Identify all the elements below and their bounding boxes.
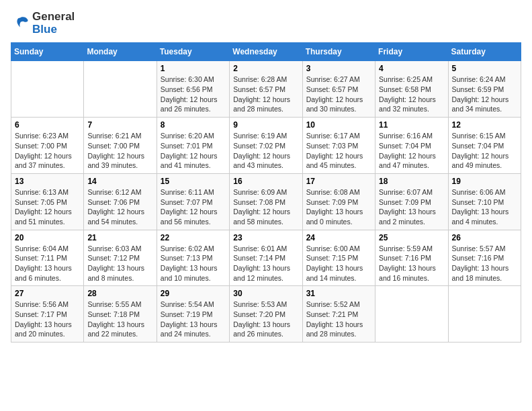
- day-info: Sunrise: 6:13 AM Sunset: 7:05 PM Dayligh…: [15, 187, 80, 227]
- calendar-week-row: 6Sunrise: 6:23 AM Sunset: 7:00 PM Daylig…: [11, 118, 521, 174]
- calendar-cell: 15Sunrise: 6:11 AM Sunset: 7:07 PM Dayli…: [157, 173, 229, 230]
- days-of-week-row: SundayMondayTuesdayWednesdayThursdayFrid…: [11, 43, 521, 61]
- day-info: Sunrise: 6:00 AM Sunset: 7:15 PM Dayligh…: [306, 244, 371, 283]
- calendar-week-row: 13Sunrise: 6:13 AM Sunset: 7:05 PM Dayli…: [11, 173, 521, 230]
- calendar-cell: 5Sunrise: 6:24 AM Sunset: 6:59 PM Daylig…: [448, 61, 521, 118]
- calendar-cell: [448, 286, 521, 342]
- calendar-cell: 29Sunrise: 5:54 AM Sunset: 7:19 PM Dayli…: [157, 286, 229, 342]
- calendar-cell: 30Sunrise: 5:53 AM Sunset: 7:20 PM Dayli…: [230, 286, 302, 342]
- calendar-body: 1Sunrise: 6:30 AM Sunset: 6:56 PM Daylig…: [11, 61, 521, 342]
- day-info: Sunrise: 6:03 AM Sunset: 7:12 PM Dayligh…: [87, 244, 152, 283]
- day-number: 21: [87, 233, 152, 242]
- day-number: 11: [379, 120, 444, 130]
- day-of-week-header: Monday: [84, 43, 157, 61]
- calendar-cell: 6Sunrise: 6:23 AM Sunset: 7:00 PM Daylig…: [11, 118, 84, 174]
- day-of-week-header: Saturday: [448, 43, 521, 61]
- day-info: Sunrise: 5:55 AM Sunset: 7:18 PM Dayligh…: [87, 300, 152, 339]
- day-number: 18: [379, 177, 444, 186]
- calendar-cell: 27Sunrise: 5:56 AM Sunset: 7:17 PM Dayli…: [11, 286, 84, 342]
- calendar-cell: 12Sunrise: 6:15 AM Sunset: 7:04 PM Dayli…: [448, 118, 521, 174]
- day-info: Sunrise: 6:15 AM Sunset: 7:04 PM Dayligh…: [452, 131, 517, 171]
- day-number: 24: [306, 233, 371, 242]
- calendar-cell: 1Sunrise: 6:30 AM Sunset: 6:56 PM Daylig…: [157, 61, 229, 118]
- calendar-week-row: 27Sunrise: 5:56 AM Sunset: 7:17 PM Dayli…: [11, 286, 521, 342]
- day-number: 9: [233, 120, 298, 130]
- day-of-week-header: Sunday: [11, 43, 84, 61]
- day-info: Sunrise: 5:57 AM Sunset: 7:16 PM Dayligh…: [452, 244, 517, 283]
- day-number: 22: [161, 233, 226, 242]
- day-number: 25: [379, 233, 444, 242]
- calendar-cell: 8Sunrise: 6:20 AM Sunset: 7:01 PM Daylig…: [157, 118, 229, 174]
- calendar-cell: [11, 61, 84, 118]
- day-info: Sunrise: 6:27 AM Sunset: 6:57 PM Dayligh…: [306, 75, 371, 114]
- day-info: Sunrise: 6:23 AM Sunset: 7:00 PM Dayligh…: [15, 131, 80, 171]
- calendar-cell: 31Sunrise: 5:52 AM Sunset: 7:21 PM Dayli…: [302, 286, 375, 342]
- calendar-cell: 2Sunrise: 6:28 AM Sunset: 6:57 PM Daylig…: [230, 61, 302, 118]
- day-number: 4: [379, 64, 444, 73]
- day-number: 19: [452, 177, 517, 186]
- day-info: Sunrise: 6:08 AM Sunset: 7:09 PM Dayligh…: [306, 187, 371, 227]
- day-info: Sunrise: 6:19 AM Sunset: 7:02 PM Dayligh…: [233, 131, 298, 171]
- day-number: 15: [161, 177, 226, 186]
- day-number: 23: [233, 233, 298, 242]
- day-info: Sunrise: 5:59 AM Sunset: 7:16 PM Dayligh…: [379, 244, 444, 283]
- day-number: 5: [452, 64, 517, 73]
- calendar-cell: 16Sunrise: 6:09 AM Sunset: 7:08 PM Dayli…: [230, 173, 302, 230]
- calendar-cell: 19Sunrise: 6:06 AM Sunset: 7:10 PM Dayli…: [448, 173, 521, 230]
- day-info: Sunrise: 6:06 AM Sunset: 7:10 PM Dayligh…: [452, 187, 517, 227]
- day-number: 7: [87, 120, 152, 130]
- day-info: Sunrise: 6:20 AM Sunset: 7:01 PM Dayligh…: [161, 131, 226, 171]
- calendar-cell: 3Sunrise: 6:27 AM Sunset: 6:57 PM Daylig…: [302, 61, 375, 118]
- day-info: Sunrise: 6:07 AM Sunset: 7:09 PM Dayligh…: [379, 187, 444, 227]
- day-info: Sunrise: 6:28 AM Sunset: 6:57 PM Dayligh…: [233, 75, 298, 114]
- day-number: 13: [15, 177, 80, 186]
- day-number: 2: [233, 64, 298, 73]
- logo: General Blue: [11, 11, 75, 36]
- day-number: 29: [161, 289, 226, 298]
- page-header: General Blue: [11, 11, 521, 36]
- day-info: Sunrise: 6:30 AM Sunset: 6:56 PM Dayligh…: [161, 75, 226, 114]
- calendar-cell: [375, 286, 448, 342]
- day-number: 20: [15, 233, 80, 242]
- calendar-cell: 21Sunrise: 6:03 AM Sunset: 7:12 PM Dayli…: [84, 230, 157, 286]
- day-info: Sunrise: 5:53 AM Sunset: 7:20 PM Dayligh…: [233, 300, 298, 339]
- day-info: Sunrise: 5:56 AM Sunset: 7:17 PM Dayligh…: [15, 300, 80, 339]
- day-info: Sunrise: 6:17 AM Sunset: 7:03 PM Dayligh…: [306, 131, 371, 171]
- calendar-week-row: 20Sunrise: 6:04 AM Sunset: 7:11 PM Dayli…: [11, 230, 521, 286]
- day-number: 16: [233, 177, 298, 186]
- day-number: 26: [452, 233, 517, 242]
- day-of-week-header: Wednesday: [230, 43, 302, 61]
- day-of-week-header: Tuesday: [157, 43, 229, 61]
- day-info: Sunrise: 5:54 AM Sunset: 7:19 PM Dayligh…: [161, 300, 226, 339]
- calendar-cell: 17Sunrise: 6:08 AM Sunset: 7:09 PM Dayli…: [302, 173, 375, 230]
- day-info: Sunrise: 5:52 AM Sunset: 7:21 PM Dayligh…: [306, 300, 371, 339]
- calendar-table: SundayMondayTuesdayWednesdayThursdayFrid…: [11, 42, 521, 342]
- calendar-cell: 18Sunrise: 6:07 AM Sunset: 7:09 PM Dayli…: [375, 173, 448, 230]
- day-number: 10: [306, 120, 371, 130]
- day-number: 1: [161, 64, 226, 73]
- day-number: 31: [306, 289, 371, 298]
- day-number: 6: [15, 120, 80, 130]
- logo-line1: General: [32, 11, 75, 24]
- calendar-cell: 26Sunrise: 5:57 AM Sunset: 7:16 PM Dayli…: [448, 230, 521, 286]
- day-info: Sunrise: 6:11 AM Sunset: 7:07 PM Dayligh…: [161, 187, 226, 227]
- calendar-cell: 9Sunrise: 6:19 AM Sunset: 7:02 PM Daylig…: [230, 118, 302, 174]
- calendar-cell: 20Sunrise: 6:04 AM Sunset: 7:11 PM Dayli…: [11, 230, 84, 286]
- calendar-cell: 11Sunrise: 6:16 AM Sunset: 7:04 PM Dayli…: [375, 118, 448, 174]
- day-info: Sunrise: 6:24 AM Sunset: 6:59 PM Dayligh…: [452, 75, 517, 114]
- calendar-cell: 25Sunrise: 5:59 AM Sunset: 7:16 PM Dayli…: [375, 230, 448, 286]
- day-info: Sunrise: 6:21 AM Sunset: 7:00 PM Dayligh…: [87, 131, 152, 171]
- calendar-cell: 4Sunrise: 6:25 AM Sunset: 6:58 PM Daylig…: [375, 61, 448, 118]
- day-number: 27: [15, 289, 80, 298]
- logo-bird-icon: [11, 14, 30, 33]
- calendar-cell: 10Sunrise: 6:17 AM Sunset: 7:03 PM Dayli…: [302, 118, 375, 174]
- calendar-header: SundayMondayTuesdayWednesdayThursdayFrid…: [11, 43, 521, 61]
- day-info: Sunrise: 6:01 AM Sunset: 7:14 PM Dayligh…: [233, 244, 298, 283]
- day-number: 12: [452, 120, 517, 130]
- day-info: Sunrise: 6:16 AM Sunset: 7:04 PM Dayligh…: [379, 131, 444, 171]
- day-info: Sunrise: 6:02 AM Sunset: 7:13 PM Dayligh…: [161, 244, 226, 283]
- calendar-cell: 23Sunrise: 6:01 AM Sunset: 7:14 PM Dayli…: [230, 230, 302, 286]
- calendar-cell: 13Sunrise: 6:13 AM Sunset: 7:05 PM Dayli…: [11, 173, 84, 230]
- day-of-week-header: Thursday: [302, 43, 375, 61]
- day-info: Sunrise: 6:09 AM Sunset: 7:08 PM Dayligh…: [233, 187, 298, 227]
